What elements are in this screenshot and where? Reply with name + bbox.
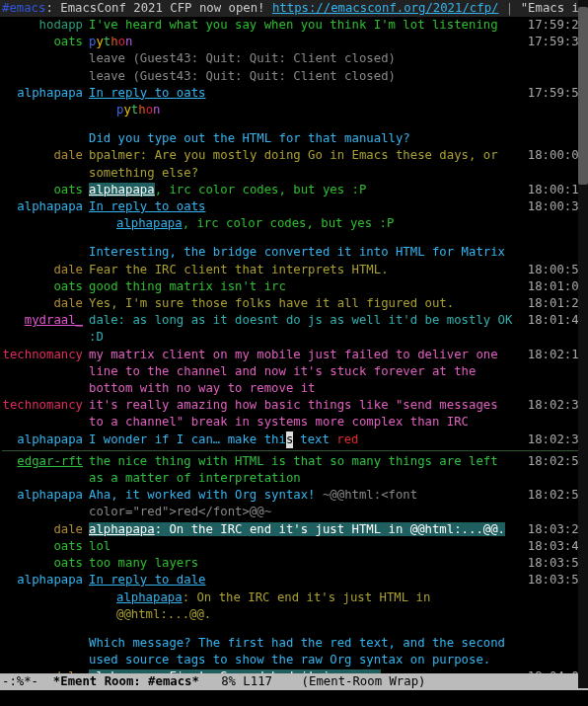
message-body: lol xyxy=(89,538,521,555)
system-message: leave (Guest43: Quit: Quit: Client close… xyxy=(89,50,521,67)
reply-target-nick[interactable]: dale xyxy=(177,573,206,587)
nick-dale: dale xyxy=(2,295,89,312)
colored-word: red xyxy=(336,432,358,446)
nick-oats: oats xyxy=(2,538,89,555)
mention[interactable]: alphapapa xyxy=(116,590,183,604)
python-letter: n xyxy=(153,103,160,117)
message-text: , irc color codes, but yes :P xyxy=(183,216,395,230)
nick-dale: dale xyxy=(2,262,89,278)
message-row: oats lol 18:03:46 xyxy=(2,538,588,555)
nick-oats: oats xyxy=(2,182,89,198)
nick-mydraal: mydraal_ xyxy=(2,312,89,329)
minibuffer[interactable] xyxy=(0,690,588,706)
python-letter: o xyxy=(118,35,125,48)
nick-alphapapa: alphapapa xyxy=(2,198,89,215)
quoted-body: python xyxy=(89,102,521,118)
nick-oats: oats xyxy=(2,555,89,572)
message-row: alphapapa In reply to oats 18:00:35 xyxy=(2,198,588,215)
message-row: technomancy it's really amazing how basi… xyxy=(2,397,588,431)
message-body: In reply to oats xyxy=(89,85,521,102)
message-row: oats too many layers 18:03:52 xyxy=(2,555,588,572)
message-row: alphapapa In reply to dale 18:03:59 xyxy=(2,572,588,588)
reply-prefix[interactable]: In reply to xyxy=(89,199,177,213)
mention: dale: xyxy=(89,313,132,327)
nick-dale: dale xyxy=(2,521,89,538)
channel-name: #emacs xyxy=(2,1,45,15)
message-row: oats good thing matrix isn't irc 18:01:0… xyxy=(2,278,588,295)
nick-technomancy: technomancy xyxy=(2,397,89,414)
header-line: #emacs: EmacsConf 2021 CFP now open! htt… xyxy=(0,0,588,17)
message-body: good thing matrix isn't irc xyxy=(89,278,521,295)
message-row: Which message? The first had the red tex… xyxy=(2,635,588,668)
nick-technomancy: technomancy xyxy=(2,347,89,363)
mention-highlight[interactable]: alphapapa xyxy=(89,183,155,196)
message-body: alphapapa, irc color codes, but yes :P xyxy=(89,182,521,198)
message-body: dale: as long as it doesnt do js as well… xyxy=(89,312,521,346)
message-row: mydraal_ dale: as long as it doesnt do j… xyxy=(2,312,588,346)
message-row-active: alphapapa I wonder if I can… make this t… xyxy=(2,431,588,448)
message-row: oats python 17:59:31 xyxy=(2,34,588,50)
message-row: Interesting, the bridge converted it int… xyxy=(2,244,588,261)
nick-alphapapa: alphapapa xyxy=(2,487,89,504)
message-row: dale Yes, I'm sure those folks have it a… xyxy=(2,295,588,312)
message-body: alphapapa: On the IRC end it's just HTML… xyxy=(89,521,521,538)
message-row: technomancy my matrix client on my mobil… xyxy=(2,347,588,398)
message-row: alphapapa In reply to oats 17:59:58 xyxy=(2,85,588,102)
message-body: too many layers xyxy=(89,555,521,572)
message-body: Fear the IRC client that interprets HTML… xyxy=(89,262,521,278)
topic-text-1: : EmacsConf 2021 CFP now open! xyxy=(45,1,272,15)
nick-alphapapa: alphapapa xyxy=(2,431,89,448)
message-body: Which message? The first had the red tex… xyxy=(89,635,521,668)
python-letter: y xyxy=(123,103,130,117)
nick-oats: oats xyxy=(2,278,89,295)
message-body: python xyxy=(89,34,521,50)
nick-hodapp: hodapp xyxy=(2,17,89,34)
message-body[interactable]: I wonder if I can… make this text red xyxy=(89,431,521,448)
nick-alphapapa: alphapapa xyxy=(2,572,89,588)
message-body: my matrix client on my mobile just faile… xyxy=(89,347,521,398)
message-body: Interesting, the bridge converted it int… xyxy=(89,244,521,261)
python-letter: h xyxy=(110,35,117,48)
separator-line xyxy=(2,450,588,451)
topic-divider: | xyxy=(498,1,520,15)
message-body: In reply to oats xyxy=(89,198,521,215)
reply-target-nick[interactable]: oats xyxy=(177,199,206,213)
reply-target-nick[interactable]: oats xyxy=(177,86,206,100)
nick-oats: oats xyxy=(2,34,89,50)
message-row: python xyxy=(2,102,588,118)
nick-edgar-rft: edgar-rft xyxy=(2,453,89,470)
mention[interactable]: alphapapa xyxy=(116,216,183,230)
message-row: alphapapa: On the IRC end it's just HTML… xyxy=(2,589,588,623)
scrollbar[interactable] xyxy=(578,0,588,688)
message-body: the nice thing with HTML is that so many… xyxy=(89,453,521,487)
message-row: dale alphapapa: On the IRC end it's just… xyxy=(2,521,588,538)
message-text: I wonder if I can… make thi xyxy=(89,432,286,446)
mode-line[interactable]: -:%*- *Ement Room: #emacs* 8% L117 (Emen… xyxy=(0,673,588,690)
mention: bpalmer: xyxy=(89,148,155,162)
system-message: leave (Guest43: Quit: Quit: Client close… xyxy=(89,68,521,85)
message-body: I've heard what you say when you think I… xyxy=(89,17,521,34)
nick-alphapapa: alphapapa xyxy=(2,85,89,102)
message-body: Yes, I'm sure those folks have it all fi… xyxy=(89,295,521,312)
message-text: , irc color codes, but yes :P xyxy=(155,183,367,196)
message-row: alphapapa, irc color codes, but yes :P xyxy=(2,215,588,232)
modeline-line: L117 xyxy=(243,673,272,690)
message-row: oats alphapapa, irc color codes, but yes… xyxy=(2,182,588,198)
message-body: Did you type out the HTML for that manua… xyxy=(89,130,521,147)
reply-prefix[interactable]: In reply to xyxy=(89,573,177,587)
messages-area[interactable]: hodapp I've heard what you say when you … xyxy=(0,17,588,673)
reply-prefix[interactable]: In reply to xyxy=(89,86,177,100)
emacs-frame: #emacs: EmacsConf 2021 CFP now open! htt… xyxy=(0,0,588,706)
message-row: dale Fear the IRC client that interprets… xyxy=(2,262,588,278)
highlighted-text: : On the IRC end it's just HTML in @@htm… xyxy=(155,522,505,536)
message-text: as long as it doesnt do js as well it'd … xyxy=(89,313,512,344)
topic-link[interactable]: https://emacsconf.org/2021/cfp/ xyxy=(272,1,499,15)
python-letter: h xyxy=(138,103,145,117)
scrollbar-thumb[interactable] xyxy=(578,7,588,185)
mention-highlight[interactable]: alphapapa xyxy=(89,522,155,536)
modeline-percent: 8% xyxy=(221,673,236,690)
message-body: In reply to dale xyxy=(89,572,521,588)
python-letter: o xyxy=(146,103,153,117)
message-row: alphapapa Aha, it worked with Org syntax… xyxy=(2,487,588,520)
quoted-body: alphapapa: On the IRC end it's just HTML… xyxy=(89,589,521,623)
